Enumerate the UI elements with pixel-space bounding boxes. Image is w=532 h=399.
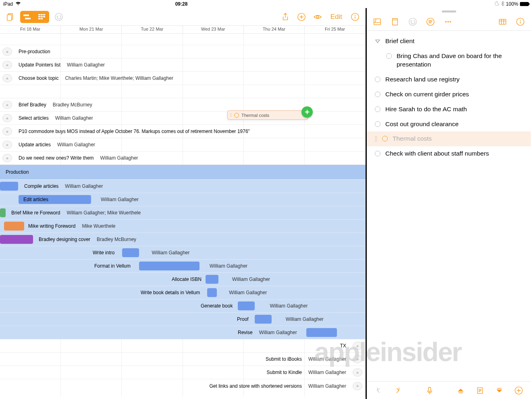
collapse-icon[interactable]: « — [2, 61, 12, 69]
task-row[interactable]: « Choose book topic Charles Martin; Mike… — [0, 72, 366, 85]
note-icon[interactable] — [390, 15, 400, 28]
columns-icon[interactable] — [498, 15, 507, 28]
status-circle-icon[interactable] — [375, 77, 380, 82]
task-bar[interactable] — [0, 235, 33, 244]
task-row[interactable]: Format in Vellum William Gallagher — [0, 260, 366, 273]
indent-icon[interactable] — [392, 384, 405, 397]
dragged-task[interactable]: ⦙⦙ Thermal costs — [227, 110, 308, 120]
task-row[interactable]: Edit articles William Gallagher — [0, 193, 366, 206]
move-up-icon[interactable] — [454, 384, 467, 397]
undo-icon[interactable] — [52, 10, 65, 23]
outline-parent[interactable]: Brief client — [367, 34, 531, 49]
status-circle-icon[interactable] — [375, 91, 380, 97]
task-bar[interactable] — [4, 222, 24, 231]
collapse-icon[interactable]: « — [2, 154, 12, 162]
add-note-icon[interactable] — [474, 384, 486, 397]
collapse-icon[interactable]: « — [2, 48, 12, 56]
task-row[interactable]: Bradley designing cover Bradley McBurney — [0, 233, 366, 246]
task-label: Update Pointers list — [19, 62, 60, 68]
status-circle-icon[interactable] — [375, 151, 380, 156]
disclosure-triangle-icon[interactable] — [375, 38, 380, 44]
svg-rect-4 — [38, 14, 40, 15]
task-bar[interactable] — [238, 301, 255, 310]
info-icon[interactable] — [349, 10, 362, 23]
view-mode-segmented[interactable] — [20, 11, 49, 23]
outline-style-icon[interactable] — [426, 15, 435, 28]
svg-point-23 — [450, 21, 451, 23]
more-icon[interactable] — [443, 15, 453, 28]
collapse-icon[interactable]: « — [2, 74, 12, 82]
expand-icon[interactable]: » — [353, 368, 362, 376]
outline-item[interactable]: Cost out ground clearance — [367, 117, 531, 132]
collapse-icon[interactable]: « — [2, 141, 12, 149]
outline-parent-label: Brief client — [385, 37, 525, 46]
task-bar[interactable] — [255, 315, 272, 324]
add-icon[interactable] — [295, 10, 308, 23]
task-row[interactable]: Compile articles William Gallagher — [0, 180, 366, 193]
outdent-icon[interactable] — [372, 384, 385, 397]
task-bar[interactable] — [122, 248, 139, 257]
share-icon[interactable] — [279, 10, 292, 23]
task-row[interactable]: Proof William Gallagher — [0, 313, 366, 326]
view-mode-gantt[interactable] — [20, 11, 35, 23]
task-row[interactable]: Get links and store with shortened versi… — [0, 379, 366, 393]
outline-item[interactable]: Hire Sarah to do the AC math — [367, 102, 531, 117]
task-row[interactable]: Submit to iBooks William Gallagher » — [0, 353, 366, 366]
task-bar[interactable] — [0, 208, 6, 217]
status-circle-icon[interactable] — [386, 53, 392, 59]
view-mode-calendar[interactable] — [35, 11, 49, 23]
task-row[interactable]: « Do we need new ones? Write them Willia… — [0, 152, 366, 165]
task-row[interactable]: Mike writing Foreword Mike Wuerthele — [0, 220, 366, 233]
outline-item[interactable]: Check on current girder prices — [367, 87, 531, 102]
undo-icon[interactable] — [408, 15, 418, 28]
task-row[interactable]: Generate book William Gallagher — [0, 299, 366, 313]
task-row[interactable]: Write book details in Vellum William Gal… — [0, 286, 366, 299]
task-row[interactable]: Revise William Gallagher — [0, 326, 366, 339]
task-bar[interactable] — [306, 328, 337, 337]
outline-item[interactable]: Check with client about staff numbers — [367, 146, 531, 161]
task-bar[interactable] — [207, 288, 217, 297]
gantt-body[interactable]: « Pre-production « Update Pointers list … — [0, 34, 366, 397]
task-row[interactable]: Submit to Kindle William Gallagher » — [0, 366, 366, 379]
task-bar[interactable] — [139, 262, 200, 270]
drag-handle[interactable] — [442, 10, 456, 12]
inbox-icon[interactable] — [372, 15, 382, 28]
microphone-icon[interactable] — [423, 384, 436, 397]
day-col: Thu 24 Mar — [244, 26, 305, 33]
expand-icon[interactable]: » — [353, 342, 362, 350]
outline-item-selected[interactable]: ⦙⦙ Thermal costs — [367, 131, 531, 146]
task-bar[interactable]: Edit articles — [19, 195, 91, 204]
task-bar[interactable] — [0, 182, 18, 191]
documents-icon[interactable] — [4, 10, 17, 23]
status-circle-icon[interactable] — [375, 121, 380, 127]
expand-icon[interactable]: » — [353, 355, 362, 363]
tx-row[interactable]: TX » — [0, 339, 366, 353]
task-row[interactable]: Allocate ISBN William Gallagher — [0, 273, 366, 286]
collapse-icon[interactable]: « — [2, 101, 12, 109]
task-label: Generate book — [201, 303, 233, 309]
outline-item-label: Check on current girder prices — [385, 90, 525, 99]
status-circle-icon[interactable] — [375, 106, 380, 112]
production-header-row[interactable]: Production — [0, 165, 366, 180]
collapse-icon[interactable]: « — [2, 114, 12, 122]
task-row[interactable]: « Update articles William Gallagher — [0, 138, 366, 152]
edit-button[interactable]: Edit — [330, 13, 342, 21]
task-row[interactable]: « P10 commodore buys MOS instead of Appl… — [0, 125, 366, 138]
task-assignee: William Gallagher — [67, 62, 105, 68]
move-down-icon[interactable] — [493, 384, 506, 397]
outline-item[interactable]: Research land use registry — [367, 72, 531, 87]
outline-item[interactable]: Bring Chas and Dave on board for the pre… — [367, 49, 531, 72]
status-circle-icon[interactable] — [382, 136, 388, 141]
task-row[interactable]: Write intro William Gallagher — [0, 246, 366, 260]
task-row[interactable]: « Update Pointers list William Gallagher — [0, 58, 366, 72]
view-icon[interactable] — [311, 10, 324, 23]
task-row[interactable]: Brief Mike re Foreword William Gallagher… — [0, 206, 366, 220]
task-bar[interactable] — [206, 275, 218, 284]
task-row[interactable]: « Pre-production — [0, 45, 366, 58]
collapse-icon[interactable]: « — [2, 127, 12, 135]
expand-icon[interactable]: » — [353, 382, 362, 390]
info-icon[interactable] — [515, 15, 525, 28]
add-circle-icon[interactable] — [512, 384, 525, 397]
task-label: Proof — [237, 316, 249, 322]
task-label: Submit to iBooks — [266, 356, 302, 362]
